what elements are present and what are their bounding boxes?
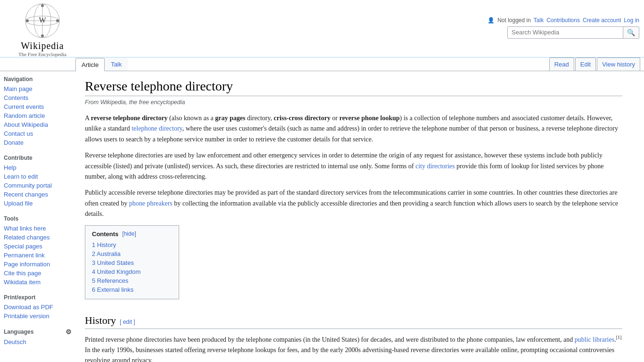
sidebar-item-recent-changes[interactable]: Recent changes [4, 190, 72, 199]
link-phone-phreakers[interactable]: phone phreakers [129, 200, 173, 207]
toc-item-4: 4 United Kingdom [92, 267, 172, 276]
toc-item-5: 5 References [92, 276, 172, 285]
svg-point-8 [26, 19, 29, 22]
sidebar-languages: Languages ⚙ Deutsch [4, 328, 72, 346]
sidebar-item-special-pages[interactable]: Special pages [4, 242, 72, 251]
sidebar-item-main-page[interactable]: Main page [4, 84, 72, 93]
section-history-edit: [ edit ] [120, 319, 135, 325]
sidebar-item-download-pdf[interactable]: Download as PDF [4, 303, 72, 312]
toc-header: Contents [hide] [92, 230, 172, 238]
intro-paragraph-3: Publicly accessible reverse telephone di… [85, 188, 622, 219]
main-content: Reverse telephone directory From Wikiped… [75, 71, 632, 362]
svg-point-9 [56, 19, 59, 22]
toc-item-1: 1 History [92, 240, 172, 249]
svg-point-7 [41, 34, 44, 37]
contribute-title: Contribute [4, 155, 72, 161]
sidebar-item-help[interactable]: Help [4, 163, 72, 172]
sidebar-tools: Tools What links here Related changes Sp… [4, 215, 72, 287]
tab-view-history[interactable]: View history [597, 58, 640, 71]
link-public-libraries[interactable]: public libraries [575, 336, 614, 343]
page-title: Reverse telephone directory [85, 79, 622, 96]
sidebar-navigation: Navigation Main page Contents Current ev… [4, 76, 72, 147]
intro-paragraph-1: A reverse telephone directory (also know… [85, 113, 622, 145]
toc-link-external-links[interactable]: 6 External links [92, 286, 133, 293]
sidebar-item-upload-file[interactable]: Upload file [4, 199, 72, 208]
user-status: Not logged in [497, 17, 531, 24]
toc-link-united-kingdom[interactable]: 4 United Kingdom [92, 268, 140, 275]
toc-item-2: 2 Australia [92, 249, 172, 258]
logo-title: Wikipedia [21, 41, 64, 51]
header: W Wikipedia The Free Encyclopedia 👤 Not … [0, 0, 644, 58]
toc-link-australia[interactable]: 2 Australia [92, 250, 121, 257]
sidebar-print: Print/export Download as PDF Printable v… [4, 294, 72, 321]
svg-point-6 [41, 4, 44, 7]
languages-title: Languages ⚙ [4, 328, 72, 336]
sidebar-item-related-changes[interactable]: Related changes [4, 233, 72, 242]
sidebar-language-deutsch[interactable]: Deutsch [4, 337, 72, 346]
action-tabs: Read Edit View history [548, 58, 644, 71]
sidebar-item-learn-to-edit[interactable]: Learn to edit [4, 172, 72, 181]
talk-link[interactable]: Talk [534, 17, 544, 24]
tabs-bar: Article Talk Read Edit View history [0, 58, 644, 71]
link-city-directories[interactable]: city directories [415, 163, 455, 170]
toc-item-6: 6 External links [92, 285, 172, 294]
sidebar-item-cite[interactable]: Cite this page [4, 269, 72, 278]
toc-hide-button[interactable]: hide [124, 230, 135, 237]
tab-read[interactable]: Read [549, 58, 574, 71]
layout: Navigation Main page Contents Current ev… [0, 71, 644, 362]
link-telephone-directory[interactable]: telephone directory [132, 125, 182, 132]
user-icon: 👤 [487, 17, 495, 24]
wikipedia-logo: W [24, 2, 61, 40]
sidebar-item-random-article[interactable]: Random article [4, 111, 72, 120]
section-history: History [ edit ] [85, 314, 622, 329]
section-history-title: History [85, 314, 116, 327]
sidebar-item-community-portal[interactable]: Community portal [4, 181, 72, 190]
intro-paragraph-2: Reverse telephone directories are used b… [85, 150, 622, 182]
user-links: 👤 Not logged in Talk Contributions Creat… [487, 17, 639, 24]
sidebar-item-what-links-here[interactable]: What links here [4, 224, 72, 233]
toc-link-references[interactable]: 5 References [92, 277, 128, 284]
sidebar-item-page-information[interactable]: Page information [4, 260, 72, 269]
sidebar-item-printable[interactable]: Printable version [4, 312, 72, 321]
bold-reverse-phone-lookup: reverse phone lookup [339, 115, 400, 122]
log-in-link[interactable]: Log in [624, 17, 639, 24]
sidebar-item-about[interactable]: About Wikipedia [4, 120, 72, 129]
navigation-title: Navigation [4, 76, 72, 82]
logo-subtitle: The Free Encyclopedia [18, 51, 66, 57]
contributions-link[interactable]: Contributions [546, 17, 580, 24]
bold-criss-cross: criss-cross directory [274, 115, 330, 122]
sidebar-contribute: Contribute Help Learn to edit Community … [4, 155, 72, 208]
toc-link-history[interactable]: 1 History [92, 241, 116, 248]
search-input[interactable] [508, 27, 623, 38]
sidebar-item-wikidata[interactable]: Wikidata item [4, 278, 72, 287]
tab-talk[interactable]: Talk [105, 58, 128, 71]
tab-edit[interactable]: Edit [575, 58, 596, 71]
bold-gray-pages: gray pages [215, 115, 245, 122]
sidebar-item-contents[interactable]: Contents [4, 93, 72, 102]
page-subtitle: From Wikipedia, the free encyclopedia [85, 99, 622, 106]
toc-hide-link[interactable]: [hide] [122, 230, 136, 237]
toc-title: Contents [92, 230, 118, 238]
toc-link-united-states[interactable]: 3 United States [92, 259, 134, 266]
toc-item-3: 3 United States [92, 258, 172, 267]
tools-title: Tools [4, 215, 72, 222]
sidebar-item-current-events[interactable]: Current events [4, 102, 72, 111]
history-edit-link[interactable]: edit [123, 319, 132, 325]
search-bar: 🔍 [507, 26, 639, 39]
table-of-contents: Contents [hide] 1 History 2 Australia 3 … [85, 225, 179, 299]
search-button[interactable]: 🔍 [623, 27, 639, 38]
history-paragraph: Printed reverse phone directories have b… [85, 334, 622, 362]
sidebar-item-donate[interactable]: Donate [4, 138, 72, 147]
svg-text:W: W [39, 16, 46, 24]
gear-icon[interactable]: ⚙ [66, 328, 72, 336]
print-title: Print/export [4, 294, 72, 301]
create-account-link[interactable]: Create account [583, 17, 621, 24]
sidebar-item-contact[interactable]: Contact us [4, 129, 72, 138]
sidebar: Navigation Main page Contents Current ev… [0, 71, 75, 362]
header-right: 👤 Not logged in Talk Contributions Creat… [80, 17, 639, 42]
logo-area: W Wikipedia The Free Encyclopedia [5, 2, 80, 57]
bold-reverse-telephone-directory: reverse telephone directory [91, 115, 168, 122]
tab-article[interactable]: Article [75, 58, 105, 71]
citation-1: [1] [616, 335, 622, 340]
sidebar-item-permanent-link[interactable]: Permanent link [4, 251, 72, 260]
